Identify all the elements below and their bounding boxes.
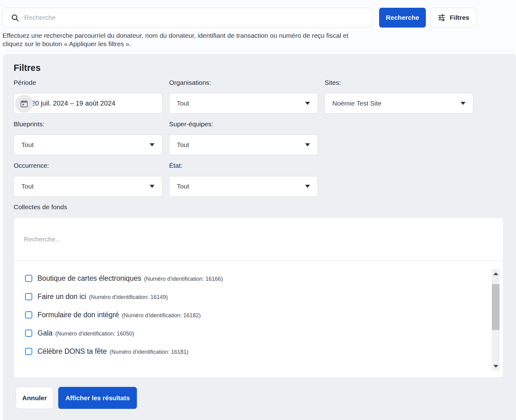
calendar-icon — [15, 95, 33, 113]
apply-results-button[interactable]: Afficher les résultats — [58, 387, 137, 409]
search-icon — [11, 14, 19, 22]
blueprints-dropdown[interactable]: Tout — [14, 135, 162, 155]
chevron-down-icon — [150, 143, 155, 146]
blueprints-label: Blueprints: — [14, 120, 44, 128]
scroll-up-arrow[interactable] — [492, 269, 500, 278]
chevron-down-icon — [150, 185, 155, 188]
list-scrollbar[interactable] — [492, 269, 500, 371]
sites-dropdown[interactable]: Noémie Test Site — [325, 93, 473, 114]
fundraiser-row[interactable]: Faire un don ici (Numéro d'identificatio… — [14, 288, 503, 306]
collectes-de-fonds-label: Collectes de fonds — [14, 203, 67, 211]
scroll-thumb[interactable] — [492, 284, 500, 330]
chevron-down-icon — [461, 102, 466, 105]
fundraiser-checkbox[interactable] — [25, 293, 32, 300]
fundraiser-name: Formulaire de don intégré — [37, 311, 119, 319]
etat-dropdown-value: Tout — [177, 183, 189, 190]
fundraisers-search-input[interactable] — [24, 236, 455, 243]
fundraisers-card: Boutique de cartes électroniques (Numéro… — [14, 218, 503, 378]
etat-label: État: — [169, 162, 182, 169]
fundraiser-row[interactable]: Gala (Numéro d'identification: 16050) — [14, 324, 503, 342]
organisations-label: Organisations: — [169, 79, 211, 86]
donor-search-bar — [2, 8, 372, 28]
sites-label: Sites: — [325, 79, 341, 86]
cancel-button[interactable]: Annuler — [16, 387, 53, 409]
filters-panel: Filtres Période Organisations: Sites: 20… — [3, 54, 516, 420]
fundraisers-list: Boutique de cartes électroniques (Numéro… — [14, 261, 503, 361]
fundraiser-checkbox[interactable] — [25, 275, 32, 282]
organisations-dropdown[interactable]: Tout — [169, 93, 318, 114]
fundraiser-id: (Numéro d'identification: 16050) — [55, 330, 134, 337]
search-input[interactable] — [24, 8, 372, 27]
super-equipes-label: Super-équipes: — [169, 120, 213, 128]
occurrence-label: Occurrence: — [14, 162, 49, 169]
fundraiser-row[interactable]: Boutique de cartes électroniques (Numéro… — [14, 269, 503, 288]
occurrence-dropdown-value: Tout — [21, 183, 34, 190]
fundraiser-id: (Numéro d'identification: 16181) — [110, 348, 189, 355]
fundraiser-id: (Numéro d'identification: 16149) — [89, 293, 168, 301]
fundraiser-name: Faire un don ici — [37, 292, 86, 301]
sliders-icon — [438, 14, 446, 22]
fundraiser-checkbox[interactable] — [25, 330, 32, 337]
etat-dropdown[interactable]: Tout — [169, 176, 318, 197]
occurrence-dropdown[interactable]: Tout — [14, 176, 162, 197]
chevron-down-icon — [305, 185, 310, 188]
fundraiser-row[interactable]: Formulaire de don intégré (Numéro d'iden… — [14, 306, 503, 324]
help-text: Effectuez une recherche parcourriel du d… — [2, 31, 368, 48]
super-equipes-dropdown-value: Tout — [177, 141, 189, 149]
fundraiser-id: (Numéro d'identification: 16182) — [122, 311, 201, 319]
sites-dropdown-value: Noémie Test Site — [332, 100, 381, 107]
chevron-down-icon — [305, 102, 310, 105]
super-equipes-dropdown[interactable]: Tout — [169, 135, 318, 155]
scroll-down-arrow[interactable] — [492, 362, 500, 371]
fundraiser-checkbox[interactable] — [25, 311, 32, 318]
chevron-down-icon — [305, 143, 310, 146]
organisations-dropdown-value: Tout — [177, 100, 189, 107]
panel-title: Filtres — [14, 63, 41, 73]
fundraiser-id: (Numéro d'identification: 16166) — [144, 275, 223, 282]
fundraiser-checkbox[interactable] — [25, 348, 32, 355]
fundraiser-name: Boutique de cartes électroniques — [37, 274, 141, 283]
fundraiser-name: Gala — [37, 329, 53, 337]
periode-label: Période — [14, 79, 36, 86]
fundraisers-search-row — [14, 218, 503, 261]
periode-date-range-value: 20 juil. 2024 – 19 août 2024 — [31, 99, 116, 107]
filters-button[interactable]: Filtres — [431, 8, 476, 28]
filters-button-label: Filtres — [450, 14, 469, 21]
fundraiser-name: Célèbre DONS ta fête — [37, 347, 107, 356]
fundraiser-row[interactable]: Célèbre DONS ta fête (Numéro d'identific… — [14, 342, 503, 361]
periode-date-range-field[interactable]: 20 juil. 2024 – 19 août 2024 — [14, 93, 162, 114]
blueprints-dropdown-value: Tout — [21, 141, 34, 149]
search-button[interactable]: Recherche — [379, 8, 426, 28]
